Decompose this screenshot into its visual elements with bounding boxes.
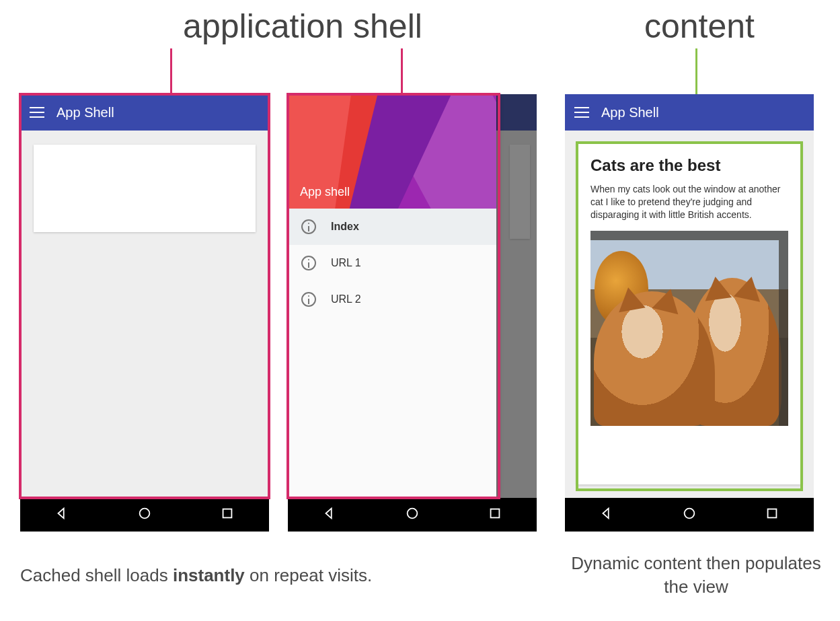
svg-rect-3: [491, 509, 500, 518]
caption-shell: Cached shell loads instantly on repeat v…: [20, 565, 518, 586]
nav-home-icon[interactable]: [137, 506, 152, 523]
drawer-item-index[interactable]: Index: [288, 209, 496, 245]
svg-point-2: [408, 509, 418, 519]
svg-point-0: [140, 509, 150, 519]
content-image-cats: [590, 231, 788, 426]
drawer-item-label: URL 2: [331, 293, 361, 305]
svg-rect-5: [768, 509, 777, 518]
app-bar: App Shell: [20, 94, 269, 131]
menu-icon[interactable]: [30, 107, 44, 118]
content-title: Cats are the best: [590, 156, 788, 175]
content-card: Cats are the best When my cats look out …: [577, 143, 802, 484]
phone-mockup-shell-empty: App Shell: [20, 94, 269, 532]
phone-mockup-shell-drawer: App shell Index URL 1 URL 2: [288, 94, 537, 532]
svg-rect-1: [223, 509, 232, 518]
nav-back-icon[interactable]: [54, 506, 69, 523]
caption-content: Dynamic content then populates the view: [568, 552, 824, 599]
nav-recent-icon[interactable]: [488, 506, 502, 523]
drawer-header: App shell: [288, 94, 496, 209]
svg-point-4: [685, 509, 695, 519]
info-icon: [301, 256, 316, 270]
drawer-item-label: Index: [331, 221, 359, 233]
drawer-item-url2[interactable]: URL 2: [288, 281, 496, 318]
drawer-item-url1[interactable]: URL 1: [288, 245, 496, 281]
nav-recent-icon[interactable]: [220, 506, 235, 523]
nav-back-icon[interactable]: [599, 506, 614, 523]
nav-home-icon[interactable]: [405, 506, 420, 523]
app-bar-title: App Shell: [56, 105, 114, 120]
drawer-title: App shell: [300, 185, 350, 199]
label-content: content: [625, 7, 773, 46]
nav-back-icon[interactable]: [322, 506, 337, 523]
navigation-drawer: App shell Index URL 1 URL 2: [288, 94, 496, 498]
caption-text: Cached shell loads: [20, 565, 173, 585]
app-bar-title: App Shell: [601, 105, 659, 120]
label-application-shell: application shell: [141, 7, 464, 46]
empty-content-card: [34, 145, 256, 232]
info-icon: [301, 292, 316, 307]
caption-bold: instantly: [173, 565, 245, 585]
phone-mockup-content: App Shell Cats are the best When my cats…: [565, 94, 814, 532]
nav-recent-icon[interactable]: [765, 506, 779, 523]
app-bar: App Shell: [565, 94, 814, 131]
android-nav-bar: [20, 498, 269, 532]
android-nav-bar: [288, 498, 537, 532]
content-body: When my cats look out the window at anot…: [590, 183, 788, 221]
nav-home-icon[interactable]: [682, 506, 697, 523]
connector-line: [170, 48, 172, 96]
drawer-item-label: URL 1: [331, 257, 361, 269]
menu-icon[interactable]: [574, 107, 589, 118]
info-icon: [301, 219, 316, 234]
caption-text: on repeat visits.: [245, 565, 372, 585]
drawer-menu: Index URL 1 URL 2: [288, 209, 496, 318]
connector-line: [401, 48, 403, 96]
android-nav-bar: [565, 498, 814, 532]
